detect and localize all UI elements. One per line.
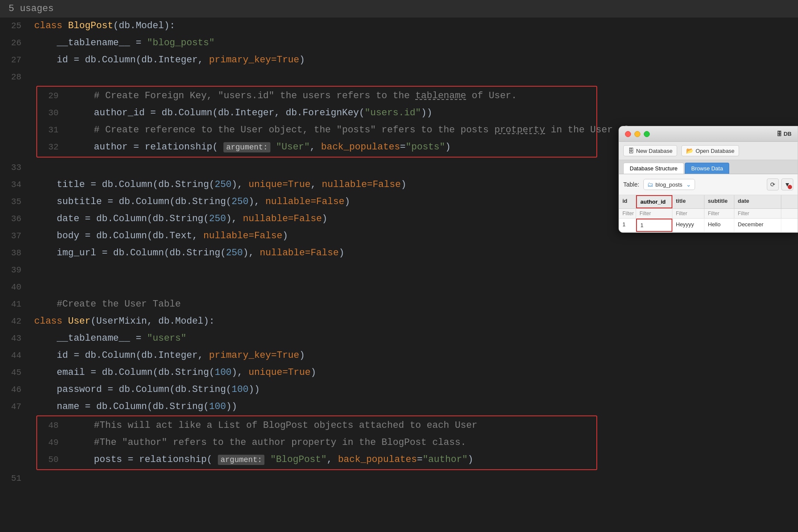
chevron-down-icon: ⌄ bbox=[686, 181, 691, 188]
line-content: id = db.Column(db.Integer, primary_key=T… bbox=[30, 347, 798, 364]
line-number: 37 bbox=[0, 228, 30, 245]
code-line: 30 author_id = db.Column(db.Integer, db.… bbox=[37, 105, 596, 122]
code-line: 47 name = db.Column(db.String(100)) bbox=[0, 398, 798, 415]
usages-count: 5 usages bbox=[9, 3, 54, 14]
filter-subtitle[interactable]: Filter bbox=[704, 209, 734, 218]
cell-date: December bbox=[734, 219, 781, 232]
line-content: author = relationship( argument: "User",… bbox=[67, 139, 596, 156]
line-number: 49 bbox=[37, 434, 67, 451]
line-content: author_id = db.Column(db.Integer, db.For… bbox=[67, 105, 596, 122]
minimize-button[interactable] bbox=[634, 131, 640, 137]
line-number: 48 bbox=[37, 417, 67, 434]
line-number: 50 bbox=[37, 451, 67, 468]
line-number: 46 bbox=[0, 381, 30, 398]
code-lines: 25 class BlogPost(db.Model): 26 __tablen… bbox=[0, 18, 798, 487]
table-selector: Table: 🗂 blog_posts ⌄ ⟳ ▼ bbox=[619, 174, 798, 195]
line-content bbox=[30, 279, 798, 296]
line-number: 36 bbox=[0, 210, 30, 228]
line-content: posts = relationship( argument: "BlogPos… bbox=[67, 451, 596, 468]
close-button[interactable] bbox=[625, 131, 631, 137]
line-content: name = db.Column(db.String(100)) bbox=[30, 398, 798, 415]
table-row: 1 1 Heyyyy Hello December bbox=[619, 219, 798, 232]
line-number: 29 bbox=[37, 88, 67, 105]
db-toolbar: 🗄 New Database 📂 Open Database bbox=[619, 142, 798, 160]
refresh-icon: ⟳ bbox=[770, 181, 775, 188]
line-content bbox=[30, 262, 798, 279]
line-number: 40 bbox=[0, 279, 30, 296]
filter-row: Filter Filter Filter Filter Filter bbox=[619, 209, 798, 219]
line-number: 41 bbox=[0, 296, 30, 313]
line-content: # Create reference to the User object, t… bbox=[67, 122, 652, 139]
tab-database-structure[interactable]: Database Structure bbox=[623, 163, 684, 174]
line-number: 42 bbox=[0, 313, 30, 330]
table-name: blog_posts bbox=[655, 181, 682, 188]
line-number: 32 bbox=[37, 139, 67, 156]
code-line: 48 #This will act like a List of BlogPos… bbox=[37, 417, 596, 434]
line-number: 26 bbox=[0, 35, 30, 52]
column-header-date: date bbox=[734, 195, 781, 208]
cell-title: Heyyyy bbox=[672, 219, 704, 232]
line-number: 27 bbox=[0, 52, 30, 69]
line-content: id = db.Column(db.Integer, primary_key=T… bbox=[30, 52, 798, 69]
code-line: 29 # Create Foreign Key, "users.id" the … bbox=[37, 88, 596, 105]
db-tabs: Database Structure Browse Data bbox=[619, 160, 798, 174]
line-content: __tablename__ = "users" bbox=[30, 330, 798, 347]
line-content: img_url = db.Column(db.String(250), null… bbox=[30, 245, 798, 262]
line-content: __tablename__ = "blog_posts" bbox=[30, 35, 798, 52]
code-line: 38 img_url = db.Column(db.String(250), n… bbox=[0, 245, 798, 262]
line-number: 51 bbox=[0, 470, 30, 487]
line-number: 33 bbox=[0, 159, 30, 176]
line-content: class User(UserMixin, db.Model): bbox=[30, 313, 798, 330]
filter-button[interactable]: ▼ bbox=[781, 178, 793, 190]
code-line: 27 id = db.Column(db.Integer, primary_ke… bbox=[0, 52, 798, 69]
refresh-button[interactable]: ⟳ bbox=[767, 178, 779, 190]
window-controls bbox=[625, 131, 650, 137]
column-header-title: title bbox=[672, 195, 704, 208]
code-line: 51 bbox=[0, 470, 798, 487]
column-header-subtitle: subtitle bbox=[704, 195, 734, 208]
line-content: #The "author" refers to the author prope… bbox=[67, 434, 596, 451]
line-number: 47 bbox=[0, 398, 30, 415]
filter-author-id[interactable]: Filter bbox=[636, 209, 672, 218]
code-line: 49 #The "author" refers to the author pr… bbox=[37, 434, 596, 451]
filter-title[interactable]: Filter bbox=[672, 209, 704, 218]
grid-header: id author_id title subtitle date bbox=[619, 195, 798, 209]
new-database-icon: 🗄 bbox=[628, 147, 634, 154]
line-content bbox=[30, 69, 798, 86]
line-content: #This will act like a List of BlogPost o… bbox=[67, 417, 596, 434]
db-titlebar: 🗄 DB bbox=[619, 126, 798, 142]
code-editor: 5 usages 25 class BlogPost(db.Model): 26… bbox=[0, 0, 798, 532]
filter-id[interactable]: Filter bbox=[619, 209, 636, 218]
table-select-dropdown[interactable]: 🗂 blog_posts ⌄ bbox=[643, 179, 695, 190]
open-database-icon: 📂 bbox=[686, 147, 693, 154]
line-number: 31 bbox=[37, 122, 67, 139]
db-grid: id author_id title subtitle date Filter … bbox=[619, 195, 798, 232]
tab-browse-data[interactable]: Browse Data bbox=[685, 163, 729, 174]
line-content: class BlogPost(db.Model): bbox=[30, 18, 798, 35]
code-line: 26 __tablename__ = "blog_posts" bbox=[0, 35, 798, 52]
db-title: 🗄 DB bbox=[777, 131, 792, 137]
line-number: 38 bbox=[0, 245, 30, 262]
code-line: 50 posts = relationship( argument: "Blog… bbox=[37, 451, 596, 468]
line-number: 28 bbox=[0, 69, 30, 86]
line-number: 45 bbox=[0, 364, 30, 381]
open-database-button[interactable]: 📂 Open Database bbox=[681, 145, 739, 156]
highlight-block-2: 48 #This will act like a List of BlogPos… bbox=[0, 415, 798, 470]
line-number: 39 bbox=[0, 262, 30, 279]
line-number: 44 bbox=[0, 347, 30, 364]
line-number: 30 bbox=[37, 105, 67, 122]
new-database-button[interactable]: 🗄 New Database bbox=[623, 145, 677, 156]
maximize-button[interactable] bbox=[644, 131, 650, 137]
code-line: 46 password = db.Column(db.String(100)) bbox=[0, 381, 798, 398]
line-number: 43 bbox=[0, 330, 30, 347]
code-line: 39 bbox=[0, 262, 798, 279]
code-line: 41 #Create the User Table bbox=[0, 296, 798, 313]
code-line: 45 email = db.Column(db.String(100), uni… bbox=[0, 364, 798, 381]
filter-date[interactable]: Filter bbox=[734, 209, 781, 218]
db-browser-window: 🗄 DB 🗄 New Database 📂 Open Database Data… bbox=[619, 126, 798, 233]
code-line: 44 id = db.Column(db.Integer, primary_ke… bbox=[0, 347, 798, 364]
table-icon: 🗂 bbox=[647, 181, 653, 188]
code-line: 43 __tablename__ = "users" bbox=[0, 330, 798, 347]
cell-author-id: 1 bbox=[636, 219, 672, 232]
code-line: 42 class User(UserMixin, db.Model): bbox=[0, 313, 798, 330]
